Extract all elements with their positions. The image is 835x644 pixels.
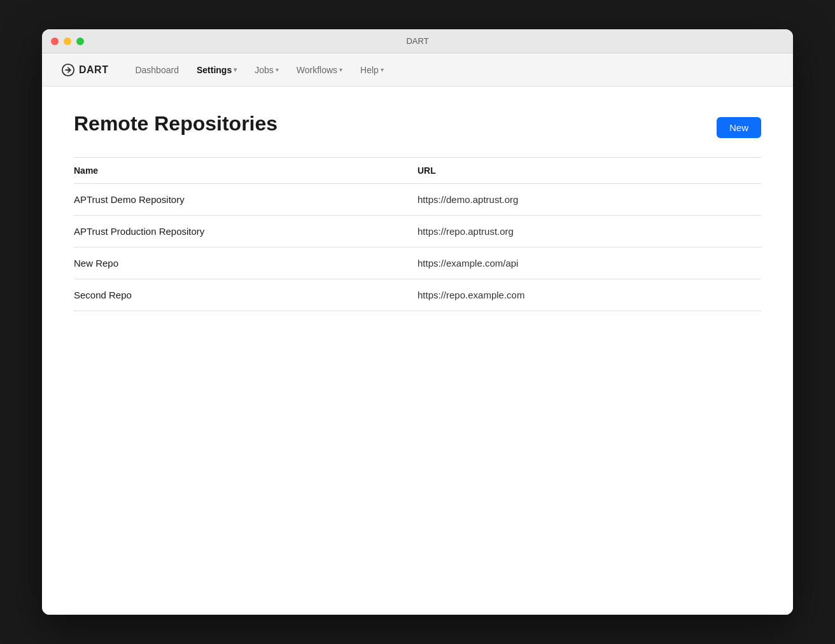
page-header: Remote Repositories New [74, 112, 761, 138]
table-row[interactable]: APTrust Demo Repository https://demo.apt… [74, 184, 761, 216]
minimize-button[interactable] [64, 38, 71, 45]
col-header-url: URL [418, 165, 761, 176]
settings-chevron-icon: ▾ [234, 66, 237, 73]
brand-name: DART [79, 64, 108, 76]
brand[interactable]: DART [61, 63, 108, 77]
repo-name: APTrust Demo Repository [74, 194, 418, 205]
repo-url: https://repo.aptrust.org [418, 226, 761, 237]
titlebar: DART [42, 29, 793, 53]
table-row[interactable]: New Repo https://example.com/api [74, 248, 761, 279]
close-button[interactable] [51, 38, 59, 45]
jobs-chevron-icon: ▾ [276, 66, 279, 73]
col-header-name: Name [74, 165, 418, 176]
new-button[interactable]: New [717, 117, 761, 138]
workflows-chevron-icon: ▾ [339, 66, 342, 73]
nav-help[interactable]: Help ▾ [359, 62, 385, 78]
navbar: DART Dashboard Settings ▾ Jobs ▾ Workflo… [42, 53, 793, 87]
table-header: Name URL [74, 157, 761, 184]
repo-name: APTrust Production Repository [74, 226, 418, 237]
app-window: DART DART Dashboard Settings ▾ Jobs ▾ Wo… [42, 29, 793, 615]
repo-url: https://demo.aptrust.org [418, 194, 761, 205]
help-chevron-icon: ▾ [381, 66, 384, 73]
traffic-lights [51, 38, 84, 45]
nav-workflows[interactable]: Workflows ▾ [295, 62, 344, 78]
page-title: Remote Repositories [74, 112, 277, 136]
table-row[interactable]: APTrust Production Repository https://re… [74, 216, 761, 248]
nav-jobs[interactable]: Jobs ▾ [253, 62, 280, 78]
repo-name: New Repo [74, 258, 418, 269]
repo-url: https://repo.example.com [418, 290, 761, 300]
main-content: Remote Repositories New Name URL APTrust… [42, 87, 793, 615]
repo-url: https://example.com/api [418, 258, 761, 269]
repo-name: Second Repo [74, 290, 418, 300]
nav-dashboard[interactable]: Dashboard [134, 62, 180, 78]
maximize-button[interactable] [76, 38, 84, 45]
window-title: DART [406, 36, 428, 46]
brand-icon [61, 63, 75, 77]
repositories-table: Name URL APTrust Demo Repository https:/… [74, 157, 761, 311]
nav-settings[interactable]: Settings ▾ [195, 62, 238, 78]
table-row[interactable]: Second Repo https://repo.example.com [74, 279, 761, 311]
